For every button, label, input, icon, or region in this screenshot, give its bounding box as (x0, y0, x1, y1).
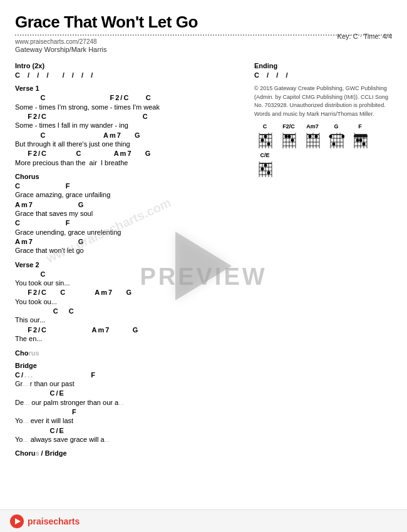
bridge-chord1: C/... F (15, 371, 244, 379)
verse2-chord1: C (15, 270, 244, 279)
svg-point-26 (291, 139, 294, 142)
bridge-chord2: C/E (15, 389, 244, 397)
bridge-lyric4: Yo... always save grace will a... (15, 435, 244, 444)
chorus-lyric1: Grace amazing, grace unfailing (15, 190, 244, 200)
verse1-chord1: C F2/C C (15, 93, 244, 102)
song-title: Grace That Won't Let Go (15, 13, 392, 32)
url-line[interactable]: www.praisecharts.com/27248 (15, 38, 392, 45)
verse2-lyric3: This our... (15, 315, 244, 325)
svg-point-11 (267, 143, 270, 146)
svg-point-9 (264, 135, 267, 138)
svg-point-25 (285, 135, 288, 138)
chorus-chord1: C F (15, 182, 244, 190)
praisecharts-logo[interactable]: praisecharts (10, 514, 80, 528)
chord-f: F (349, 123, 371, 150)
chorus2-section: Chorus (15, 349, 244, 357)
chord-am7: Am7 x o o (302, 123, 323, 150)
svg-text:o: o (268, 131, 270, 135)
verse2-chord3: C C (15, 307, 244, 315)
svg-text:o: o (259, 160, 260, 163)
svg-text:x: x (282, 131, 284, 135)
verse2-lyric1: You took our sin... (15, 279, 244, 288)
bridge-chord4: C/E (15, 426, 244, 435)
svg-text:x: x (271, 160, 272, 163)
verse1-chord2: F2/C C (15, 112, 244, 121)
chorus-lyric4: Grace that won't let go (15, 246, 244, 255)
ending-chords: C / / / (254, 71, 392, 79)
verse1-label: Verse 1 (15, 84, 244, 92)
chord-am7-name: Am7 (306, 123, 319, 130)
chorus-bridge-label: Chorus / Chorus / BridgeBridge (15, 449, 244, 457)
chorus-chord4: Am7 G (15, 237, 244, 246)
svg-point-81 (261, 168, 264, 171)
chorus-section: Chorus C F Grace amazing, grace unfailin… (15, 173, 244, 256)
ending-label: Ending (254, 62, 392, 69)
svg-point-24 (288, 135, 291, 138)
main-content: Intro (2x) C / / / / / / / Verse 1 C F2/… (15, 62, 392, 462)
page: Grace That Won't Let Go www.praisecharts… (0, 0, 407, 532)
chord-ce-name: C/E (260, 152, 269, 158)
svg-text:o: o (339, 131, 341, 135)
chorus-label: Chorus (15, 173, 244, 180)
chord-g-name: G (334, 123, 338, 130)
svg-text:o: o (336, 131, 338, 135)
chorus-chord3: C F (15, 218, 244, 227)
logo-play-icon (10, 514, 24, 528)
svg-text:x: x (259, 131, 260, 135)
title-divider (15, 34, 392, 36)
chorus-chord2: Am7 G (15, 200, 244, 209)
intro-label: Intro (2x) (15, 62, 244, 69)
svg-point-39 (315, 135, 318, 138)
verse2-lyric2: You took ou... (15, 297, 244, 307)
svg-text:o: o (312, 131, 314, 135)
svg-point-69 (363, 143, 366, 146)
intro-section: Intro (2x) C / / / / / / / (15, 62, 244, 79)
svg-rect-66 (354, 135, 368, 138)
artist-line: Gateway Worship/Mark Harris (15, 46, 392, 53)
chord-f-name: F (358, 123, 362, 130)
copyright-text: © 2015 Gateway Create Publishing, GWC Pu… (254, 84, 392, 118)
verse2-label: Verse 2 (15, 261, 244, 269)
bottom-bar: praisecharts (0, 509, 407, 532)
svg-point-80 (264, 164, 267, 167)
verse1-chord4: F2/C C Am7 G (15, 149, 244, 158)
svg-text:x: x (306, 131, 307, 135)
verse2-chord4: F2/C Am7 G (15, 325, 244, 334)
chord-f2c-name: F2/C (282, 123, 295, 130)
chorus-bridge-section: Chorus / Chorus / BridgeBridge (15, 449, 244, 457)
right-column: Ending C / / / © 2015 Gateway Create Pub… (254, 62, 392, 462)
chord-c: C (254, 123, 276, 150)
chorus2-label: Chorus (15, 349, 244, 357)
svg-text:o: o (271, 131, 273, 135)
bridge-section: Bridge C/... F Gr... r than our past C/E… (15, 362, 244, 445)
chorus-lyric2: Grace that saves my soul (15, 209, 244, 218)
svg-point-54 (342, 135, 345, 138)
chord-g: G o o (326, 123, 347, 150)
verse2-section: Verse 2 C You took our sin... F2/C C Am7… (15, 261, 244, 344)
bridge-lyric2: De... our palm stronger than our a... (15, 398, 244, 407)
svg-point-10 (261, 139, 264, 142)
svg-point-68 (359, 139, 363, 142)
svg-point-38 (309, 135, 312, 138)
verse1-lyric2: Some - times I fall in my wander - ing (15, 121, 244, 130)
bridge-lyric3: Yo... ever it will last (15, 416, 244, 426)
logo-text: praisecharts (28, 516, 80, 526)
chord-c-name: C (263, 123, 267, 130)
verse1-section: Verse 1 C F2/C C Some - times I'm strong… (15, 84, 244, 168)
verse1-chord3: C Am7 G (15, 131, 244, 140)
chord-f2c: F2/C x o (278, 123, 299, 150)
verse2-lyric4: The en... (15, 334, 244, 344)
bridge-chord3: F (15, 407, 244, 416)
svg-point-82 (267, 171, 270, 175)
chord-ce: C/E o x (254, 152, 276, 178)
bridge-label: Bridge (15, 362, 244, 369)
svg-point-67 (356, 139, 359, 142)
svg-point-52 (329, 135, 332, 138)
intro-chords: C / / / / / / / (15, 71, 244, 79)
svg-text:o: o (319, 131, 321, 135)
svg-text:o: o (295, 131, 297, 135)
bridge-lyric1: Gr... r than our past (15, 379, 244, 389)
key-time: Key: C · Time: 4/4 (337, 33, 392, 40)
verse1-lyric1: Some - times I'm strong, some - times I'… (15, 103, 244, 112)
svg-text:x: x (354, 131, 355, 135)
